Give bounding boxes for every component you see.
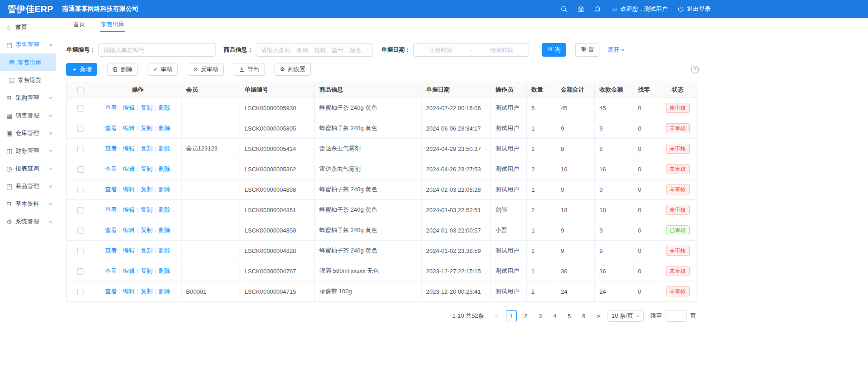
row-action-edit[interactable]: 编辑 (123, 247, 135, 254)
delete-button[interactable]: 删除 (107, 63, 138, 76)
help-icon[interactable]: ? (691, 66, 699, 73)
row-action-view[interactable]: 查看 (105, 267, 117, 274)
cell-received-amount: 45 (595, 98, 633, 118)
export-button[interactable]: 导出 (234, 63, 265, 76)
row-checkbox[interactable] (77, 228, 83, 234)
jump-page-input[interactable] (666, 310, 687, 322)
sidebar-item-retail-manage[interactable]: ▤零售管理∧ (0, 36, 56, 53)
row-action-delete[interactable]: 删除 (159, 145, 171, 152)
row-action-edit[interactable]: 编辑 (123, 227, 135, 233)
reset-button[interactable]: 重 置 (575, 43, 600, 57)
sidebar-item-retail-outbound[interactable]: ▤零售出库 (0, 53, 56, 71)
bank-icon[interactable] (578, 6, 584, 13)
row-action-copy[interactable]: 复制 (141, 186, 152, 193)
row-action-view[interactable]: 查看 (105, 186, 117, 193)
row-checkbox[interactable] (77, 207, 83, 213)
row-action-delete[interactable]: 删除 (159, 165, 171, 172)
expand-link[interactable]: 展开 ∨ (608, 46, 624, 54)
sidebar-item-home[interactable]: ⌂首页 (0, 18, 56, 36)
row-action-copy[interactable]: 复制 (141, 145, 152, 152)
prev-page-button[interactable]: < (491, 310, 502, 321)
row-checkbox[interactable] (77, 105, 83, 111)
sidebar-item-sales-manage[interactable]: ▦销售管理∨ (0, 107, 56, 124)
logout-button[interactable]: 退出登录 (677, 5, 711, 13)
row-action-copy[interactable]: 复制 (141, 227, 152, 233)
row-checkbox[interactable] (77, 248, 83, 254)
product-info-input[interactable] (256, 43, 373, 57)
row-action-edit[interactable]: 编辑 (123, 165, 135, 172)
page-size-select[interactable]: 10 条/页 ∨ (608, 310, 644, 322)
row-checkbox[interactable] (77, 268, 83, 275)
unaudit-button[interactable]: ⊘ 反审核 (188, 63, 224, 76)
row-checkbox[interactable] (77, 187, 83, 193)
row-action-edit[interactable]: 编辑 (123, 206, 135, 213)
tab-home[interactable]: 首页 (73, 18, 86, 32)
row-action-copy[interactable]: 复制 (141, 206, 152, 213)
row-action-copy[interactable]: 复制 (141, 125, 152, 131)
row-action-delete[interactable]: 删除 (159, 227, 171, 233)
column-settings-button[interactable]: ⚙ 列设置 (275, 63, 311, 76)
row-action-copy[interactable]: 复制 (141, 247, 152, 254)
row-action-edit[interactable]: 编辑 (123, 186, 135, 193)
row-action-delete[interactable]: 删除 (159, 288, 171, 295)
date-start-input[interactable] (414, 47, 468, 53)
sidebar-item-system-manage[interactable]: ⚙系统管理∨ (0, 213, 56, 230)
row-action-copy[interactable]: 复制 (141, 288, 152, 295)
row-action-edit[interactable]: 编辑 (123, 145, 135, 152)
date-range-picker[interactable]: ~ (413, 43, 529, 57)
row-action-view[interactable]: 查看 (105, 206, 117, 213)
sidebar-item-report-query[interactable]: ◷报表查询∨ (0, 160, 56, 177)
row-action-copy[interactable]: 复制 (141, 165, 152, 172)
audit-button[interactable]: ✓ 审核 (148, 63, 178, 76)
page-number-1[interactable]: 1 (506, 310, 517, 321)
row-action-edit[interactable]: 编辑 (123, 104, 135, 111)
row-checkbox[interactable] (77, 166, 83, 173)
sidebar-item-warehouse-manage[interactable]: ▣仓库管理∨ (0, 124, 56, 142)
bell-icon[interactable] (594, 6, 601, 13)
cell-quantity: 1 (527, 261, 556, 281)
row-action-view[interactable]: 查看 (105, 145, 117, 152)
tab-retail-outbound[interactable]: 零售出库 (100, 18, 125, 32)
cell-change-amount: 0 (633, 220, 659, 241)
row-checkbox[interactable] (77, 126, 83, 132)
row-action-view[interactable]: 查看 (105, 227, 117, 233)
row-action-view[interactable]: 查看 (105, 247, 117, 254)
add-button[interactable]: ＋ 新增 (66, 63, 97, 76)
search-button[interactable]: 查 询 (542, 43, 566, 57)
row-action-view[interactable]: 查看 (105, 104, 117, 111)
date-end-input[interactable] (475, 47, 529, 53)
row-action-delete[interactable]: 删除 (159, 186, 171, 193)
page-number-3[interactable]: 3 (535, 310, 546, 321)
row-action-copy[interactable]: 复制 (141, 104, 152, 111)
page-number-5[interactable]: 5 (564, 310, 575, 321)
sidebar-item-goods-manage[interactable]: ◰商品管理∨ (0, 177, 56, 195)
chevron-down-icon: ∨ (49, 149, 53, 153)
sidebar-item-purchase-manage[interactable]: ⊞采购管理∨ (0, 89, 56, 107)
next-page-button[interactable]: > (593, 310, 604, 321)
row-action-delete[interactable]: 删除 (159, 206, 171, 213)
sidebar-item-base-data[interactable]: ⊡基本资料∨ (0, 195, 56, 213)
bill-no-input[interactable] (98, 43, 216, 57)
row-action-edit[interactable]: 编辑 (123, 267, 135, 274)
sidebar-item-retail-return[interactable]: ▤零售退货 (0, 71, 56, 89)
row-action-delete[interactable]: 删除 (159, 104, 171, 111)
status-badge: 未审核 (666, 184, 690, 194)
row-action-view[interactable]: 查看 (105, 165, 117, 172)
sidebar-item-finance-manage[interactable]: ◫财务管理∨ (0, 142, 56, 160)
welcome-text[interactable]: ☺ 欢迎您，测试用户 (611, 5, 667, 13)
row-checkbox[interactable] (77, 289, 83, 295)
row-action-edit[interactable]: 编辑 (123, 288, 135, 295)
search-icon[interactable] (561, 6, 568, 13)
row-checkbox[interactable] (77, 146, 83, 152)
page-number-2[interactable]: 2 (520, 310, 531, 321)
row-action-copy[interactable]: 复制 (141, 267, 152, 274)
row-action-edit[interactable]: 编辑 (123, 125, 135, 131)
select-all-checkbox[interactable] (77, 87, 83, 93)
row-action-view[interactable]: 查看 (105, 125, 117, 131)
page-number-6[interactable]: 6 (579, 310, 589, 321)
row-action-delete[interactable]: 删除 (159, 267, 171, 274)
row-action-delete[interactable]: 删除 (159, 247, 171, 254)
row-action-view[interactable]: 查看 (105, 288, 117, 295)
row-action-delete[interactable]: 删除 (159, 125, 171, 131)
page-number-4[interactable]: 4 (549, 310, 560, 321)
